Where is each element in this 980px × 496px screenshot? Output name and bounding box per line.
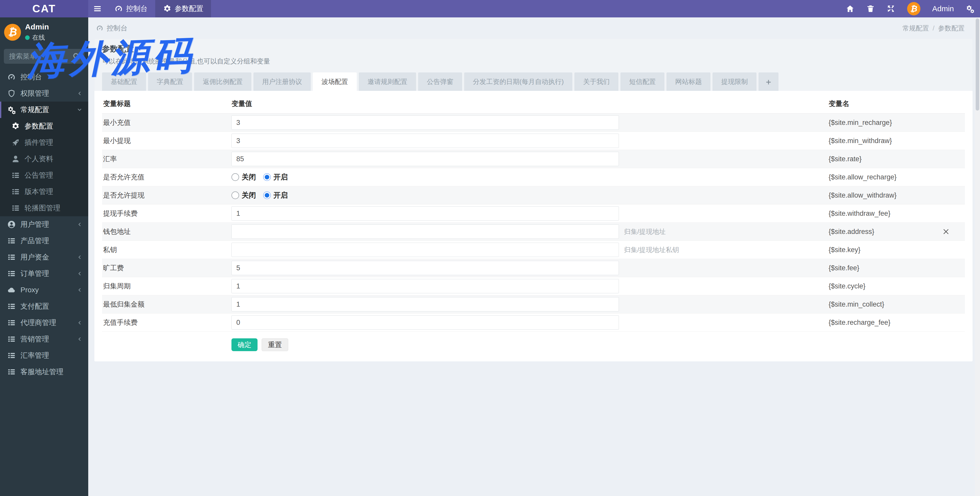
sidebar-item-营销管理[interactable]: 营销管理 bbox=[0, 331, 88, 347]
app-logo[interactable]: CAT bbox=[0, 0, 88, 18]
trash-icon[interactable] bbox=[866, 4, 875, 13]
config-row-是否允许提现: 是否允许提现关闭开启{$site.allow_withdraw} bbox=[102, 186, 965, 204]
sidebar-subitem-label: 轮播图管理 bbox=[25, 203, 60, 213]
sidebar-subitem-参数配置[interactable]: 参数配置 bbox=[0, 118, 88, 134]
sidebar-item-支付配置[interactable]: 支付配置 bbox=[0, 298, 88, 314]
radio-开启[interactable] bbox=[263, 191, 271, 199]
sidebar-subitem-label: 个人资料 bbox=[25, 154, 53, 164]
col-variable-value: 变量值 bbox=[231, 99, 252, 108]
row-label: 私钥 bbox=[102, 245, 231, 254]
breadcrumb-separator: / bbox=[933, 24, 934, 32]
dashboard-icon bbox=[114, 4, 123, 13]
tab-关于我们[interactable]: 关于我们 bbox=[574, 72, 618, 91]
row-value bbox=[231, 279, 619, 293]
sidebar-subitem-插件管理[interactable]: 插件管理 bbox=[0, 134, 88, 151]
tab-提现限制[interactable]: 提现限制 bbox=[713, 72, 756, 91]
sidebar-item-用户资金[interactable]: 用户资金 bbox=[0, 249, 88, 265]
row-value bbox=[231, 261, 619, 275]
row-label: 钱包地址 bbox=[102, 227, 231, 236]
radio-关闭[interactable] bbox=[231, 173, 239, 181]
sidebar-item-订单管理[interactable]: 订单管理 bbox=[0, 265, 88, 282]
breadcrumb-dashboard-link[interactable]: 控制台 bbox=[96, 24, 127, 33]
tab-返佣比例配置[interactable]: 返佣比例配置 bbox=[194, 72, 251, 91]
sidebar-user-panel: ₿ Admin 在线 bbox=[0, 18, 88, 45]
list-icon bbox=[7, 269, 16, 278]
value-input-充值手续费[interactable] bbox=[231, 315, 619, 330]
sidebar-item-权限管理[interactable]: 权限管理 bbox=[0, 85, 88, 102]
list-icon bbox=[7, 367, 16, 376]
tab-短信配置[interactable]: 短信配置 bbox=[620, 72, 664, 91]
reset-button[interactable]: 重置 bbox=[262, 338, 288, 351]
sidebar-item-控制台[interactable]: 控制台 bbox=[0, 69, 88, 85]
navbar-right-icons bbox=[846, 4, 895, 13]
navbar-tab-控制台[interactable]: 控制台 bbox=[107, 0, 155, 18]
variable-name: {$site.allow_recharge} bbox=[829, 173, 897, 181]
online-status-dot bbox=[25, 35, 30, 40]
row-label: 最低归集金额 bbox=[102, 300, 231, 309]
user-avatar[interactable]: ₿ bbox=[907, 2, 920, 15]
navbar-user-name[interactable]: Admin bbox=[932, 4, 954, 13]
value-input-钱包地址[interactable] bbox=[231, 225, 619, 239]
tab-用户注册协议[interactable]: 用户注册协议 bbox=[253, 72, 311, 91]
tab-基础配置[interactable]: 基础配置 bbox=[102, 72, 146, 91]
top-navbar: CAT 控制台参数配置 ₿ Admin bbox=[0, 0, 980, 18]
sidebar-item-客服地址管理[interactable]: 客服地址管理 bbox=[0, 364, 88, 380]
value-input-汇率[interactable] bbox=[231, 152, 619, 166]
sidebar-item-label: 汇率管理 bbox=[21, 351, 49, 360]
sidebar-item-label: Proxy bbox=[21, 286, 39, 294]
sidebar-menu: 控制台权限管理常规配置参数配置插件管理个人资料公告管理版本管理轮播图管理用户管理… bbox=[0, 69, 88, 380]
tab-邀请规则配置[interactable]: 邀请规则配置 bbox=[359, 72, 416, 91]
page-title: 参数配置 bbox=[102, 43, 965, 54]
sidebar-subitem-公告管理[interactable]: 公告管理 bbox=[0, 167, 88, 183]
value-input-私钥[interactable] bbox=[231, 242, 619, 257]
breadcrumb-parent-link[interactable]: 常规配置 bbox=[902, 24, 929, 33]
sidebar-user-name: Admin bbox=[25, 22, 49, 31]
row-value bbox=[231, 134, 619, 148]
tab-字典配置[interactable]: 字典配置 bbox=[148, 72, 192, 91]
variable-name: {$site.recharge_fee} bbox=[829, 319, 891, 327]
value-input-最小充值[interactable] bbox=[231, 115, 619, 130]
sidebar-item-用户管理[interactable]: 用户管理 bbox=[0, 216, 88, 233]
list-icon bbox=[11, 187, 20, 196]
value-input-归集周期[interactable] bbox=[231, 279, 619, 293]
sidebar-toggle-button[interactable] bbox=[88, 0, 107, 18]
add-tab-button[interactable] bbox=[759, 72, 778, 91]
sidebar-item-label: 常规配置 bbox=[21, 105, 49, 115]
home-icon[interactable] bbox=[846, 4, 854, 13]
tab-分发工资的日期(每月自动执行)[interactable]: 分发工资的日期(每月自动执行) bbox=[464, 72, 572, 91]
config-row-最小提现: 最小提现{$site.min_withdraw} bbox=[102, 132, 965, 150]
radio-开启[interactable] bbox=[263, 173, 271, 181]
sidebar-item-常规配置[interactable]: 常规配置 bbox=[0, 102, 88, 118]
sidebar-item-Proxy[interactable]: Proxy bbox=[0, 282, 88, 298]
gear-icon bbox=[163, 4, 172, 13]
tab-波场配置[interactable]: 波场配置 bbox=[313, 72, 357, 91]
settings-gears-icon[interactable] bbox=[966, 4, 974, 13]
value-input-最小提现[interactable] bbox=[231, 134, 619, 148]
sidebar-subitem-轮播图管理[interactable]: 轮播图管理 bbox=[0, 200, 88, 216]
scrollbar-thumb[interactable] bbox=[976, 18, 979, 110]
value-input-旷工费[interactable] bbox=[231, 261, 619, 275]
sidebar-subitem-版本管理[interactable]: 版本管理 bbox=[0, 183, 88, 200]
sidebar-item-汇率管理[interactable]: 汇率管理 bbox=[0, 347, 88, 364]
tab-公告弹窗[interactable]: 公告弹窗 bbox=[418, 72, 462, 91]
fullscreen-icon[interactable] bbox=[887, 4, 895, 13]
close-icon[interactable] bbox=[942, 228, 950, 236]
sidebar-item-代理商管理[interactable]: 代理商管理 bbox=[0, 314, 88, 331]
breadcrumb: 控制台 常规配置 / 参数配置 bbox=[88, 18, 975, 39]
dashboard-icon bbox=[96, 24, 103, 32]
navbar-tab-参数配置[interactable]: 参数配置 bbox=[155, 0, 211, 18]
tab-网站标题[interactable]: 网站标题 bbox=[667, 72, 710, 91]
sidebar-subitem-个人资料[interactable]: 个人资料 bbox=[0, 151, 88, 167]
rocket-icon bbox=[11, 138, 20, 147]
value-input-提现手续费[interactable] bbox=[231, 206, 619, 221]
config-row-钱包地址: 钱包地址归集/提现地址{$site.address} bbox=[102, 223, 965, 241]
value-input-最低归集金额[interactable] bbox=[231, 297, 619, 311]
sidebar-item-产品管理[interactable]: 产品管理 bbox=[0, 233, 88, 249]
config-row-提现手续费: 提现手续费{$site.withdraw_fee} bbox=[102, 204, 965, 223]
radio-关闭[interactable] bbox=[231, 191, 239, 199]
config-row-充值手续费: 充值手续费{$site.recharge_fee} bbox=[102, 314, 965, 332]
submit-button[interactable]: 确定 bbox=[231, 338, 258, 351]
variable-name: {$site.min_recharge} bbox=[829, 119, 892, 127]
page-scrollbar[interactable] bbox=[975, 18, 980, 496]
menu-search-input[interactable] bbox=[4, 49, 84, 64]
